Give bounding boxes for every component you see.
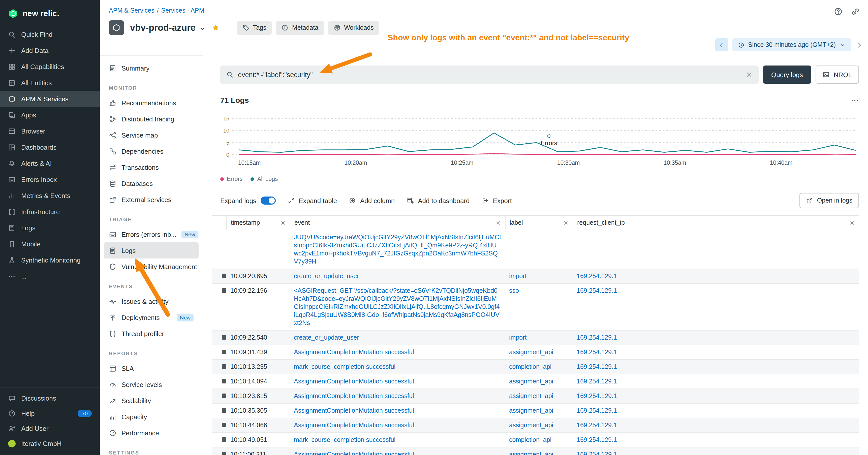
logs-search-box[interactable] xyxy=(220,65,758,84)
log-row[interactable]: 10:11:00.311AssignmentCompletionMutation… xyxy=(212,448,859,455)
log-row[interactable]: 10:10:14.094AssignmentCompletionMutation… xyxy=(212,375,859,389)
event-link[interactable]: AssignmentCompletionMutation successful xyxy=(294,407,501,415)
subnav-item-scalability[interactable]: Scalability xyxy=(104,392,198,409)
sidebar-item-item[interactable]: ... xyxy=(0,268,100,284)
sidebar-footer-help[interactable]: Help70 xyxy=(0,405,100,421)
subnav-item-service-levels[interactable]: Service levels xyxy=(104,377,198,392)
sidebar-footer-iterativ-gmbh[interactable]: Iterativ GmbH xyxy=(0,436,100,451)
ip-link[interactable]: 169.254.129.1 xyxy=(577,334,617,341)
label-link[interactable]: assignment_api xyxy=(509,378,553,385)
ip-link[interactable]: 169.254.129.1 xyxy=(577,451,617,455)
more-options-icon[interactable] xyxy=(851,96,859,104)
sidebar-item-all-capabilities[interactable]: All Capabilities xyxy=(0,59,100,74)
column-timestamp[interactable]: timestamp xyxy=(226,216,290,230)
column-request-client-ip[interactable]: request_client_ip xyxy=(572,216,859,230)
sidebar-item-dashboards[interactable]: Dashboards xyxy=(0,139,100,155)
sidebar-footer-add-user[interactable]: Add User xyxy=(0,421,100,436)
sidebar-item-logs[interactable]: Logs xyxy=(0,220,100,236)
event-link[interactable]: AssignmentCompletionMutation successful xyxy=(294,348,501,356)
event-link[interactable]: <ASGIRequest: GET '/sso/callback/?state=… xyxy=(294,287,501,327)
row-marker[interactable] xyxy=(222,437,226,442)
favorite-star-icon[interactable] xyxy=(212,24,220,32)
log-row[interactable]: 10:09:20.895create_or_update_userimport1… xyxy=(212,269,859,284)
row-marker[interactable] xyxy=(222,393,226,398)
log-row[interactable]: 10:09:22.196<ASGIRequest: GET '/sso/call… xyxy=(212,284,859,330)
time-range-button[interactable]: Since 30 minutes ago (GMT+2) xyxy=(733,38,851,52)
subnav-item-capacity[interactable]: Capacity xyxy=(104,409,198,425)
subnav-item-databases[interactable]: Databases xyxy=(104,175,198,192)
event-link[interactable]: AssignmentCompletionMutation successful xyxy=(294,421,501,429)
log-row[interactable]: 10:09:22.540create_or_update_userimport1… xyxy=(212,330,859,345)
legend-item-all-logs[interactable]: All Logs xyxy=(251,176,278,182)
subnav-item-logs[interactable]: Logs xyxy=(104,242,198,259)
clear-search-icon[interactable] xyxy=(745,71,752,78)
event-link[interactable]: create_or_update_user xyxy=(294,333,501,342)
brand[interactable]: new relic. xyxy=(0,0,100,26)
subnav-item-distributed-tracing[interactable]: Distributed tracing xyxy=(104,111,198,127)
label-link[interactable]: import xyxy=(509,272,527,280)
row-marker[interactable] xyxy=(222,273,226,278)
remove-column-icon[interactable] xyxy=(563,220,568,226)
subnav-item-summary[interactable]: Summary xyxy=(104,60,198,76)
export-button[interactable]: Export xyxy=(482,197,512,204)
add-to-dashboard-button[interactable]: Add to dashboard xyxy=(407,197,469,204)
sidebar-item-add-data[interactable]: Add Data xyxy=(0,42,100,59)
ip-link[interactable]: 169.254.129.1 xyxy=(577,287,617,294)
log-row[interactable]: 10:10:44.066AssignmentCompletionMutation… xyxy=(212,418,859,433)
row-marker[interactable] xyxy=(222,379,226,384)
sidebar-item-metrics-events[interactable]: Metrics & Events xyxy=(0,188,100,203)
tags-button[interactable]: Tags xyxy=(237,21,272,34)
sidebar-item-quick-find[interactable]: Quick Find xyxy=(0,26,100,42)
row-marker[interactable] xyxy=(222,408,226,413)
workloads-button[interactable]: Workloads xyxy=(328,21,379,34)
entity-switcher-caret-icon[interactable] xyxy=(199,26,206,32)
logs-query-input[interactable] xyxy=(238,71,741,78)
expand-logs-toggle[interactable]: Expand logs xyxy=(220,196,276,204)
chevron-right-icon[interactable] xyxy=(856,41,863,48)
label-link[interactable]: assignment_api xyxy=(509,407,553,414)
ip-link[interactable]: 169.254.129.1 xyxy=(577,392,617,399)
time-back-button[interactable] xyxy=(715,38,728,52)
subnav-item-thread-profiler[interactable]: Thread profiler xyxy=(104,325,198,342)
ip-link[interactable]: 169.254.129.1 xyxy=(577,436,617,444)
copy-permalink-icon[interactable] xyxy=(851,7,860,16)
sidebar-item-all-entities[interactable]: All Entities xyxy=(0,74,100,91)
ip-link[interactable]: 169.254.129.1 xyxy=(577,272,617,280)
row-marker[interactable] xyxy=(222,364,226,369)
event-link[interactable]: mark_course_completion successful xyxy=(294,363,501,371)
label-link[interactable]: assignment_api xyxy=(509,349,553,356)
subnav-item-service-map[interactable]: Service map xyxy=(104,127,198,143)
log-row[interactable]: 10:10:23.815AssignmentCompletionMutation… xyxy=(212,389,859,403)
event-link[interactable]: mark_course_completion successful xyxy=(294,436,501,444)
row-marker[interactable] xyxy=(222,335,226,339)
remove-column-icon[interactable] xyxy=(849,220,855,226)
sidebar-item-mobile[interactable]: Mobile xyxy=(0,236,100,252)
subnav-item-vulnerability-management[interactable]: Vulnerability Management xyxy=(104,259,198,274)
log-row[interactable]: 10:10:35.305AssignmentCompletionMutation… xyxy=(212,403,859,418)
subnav-item-recommendations[interactable]: Recommendations xyxy=(104,95,198,111)
sidebar-item-apm-services[interactable]: APM & Services xyxy=(0,91,100,107)
label-link[interactable]: assignment_api xyxy=(509,422,553,429)
legend-item-errors[interactable]: Errors xyxy=(220,176,243,182)
log-row[interactable]: JUQVU&code=eyJraWQiOiJjcGltY29yZV8wOTl1M… xyxy=(212,230,859,269)
subnav-item-external-services[interactable]: External services xyxy=(104,192,198,207)
row-marker[interactable] xyxy=(222,350,226,354)
sidebar-item-errors-inbox[interactable]: Errors Inbox xyxy=(0,171,100,188)
label-link[interactable]: assignment_api xyxy=(509,392,553,399)
sidebar-item-infrastructure[interactable]: Infrastructure xyxy=(0,203,100,220)
open-in-logs-button[interactable]: Open in logs xyxy=(800,193,859,208)
subnav-item-errors-errors-inb[interactable]: Errors (errors inb...New xyxy=(104,226,198,242)
row-marker[interactable] xyxy=(222,288,226,293)
event-link[interactable]: AssignmentCompletionMutation successful xyxy=(294,451,501,455)
label-link[interactable]: sso xyxy=(509,287,519,294)
ip-link[interactable]: 169.254.129.1 xyxy=(577,378,617,385)
query-logs-button[interactable]: Query logs xyxy=(763,65,811,84)
breadcrumb-apm-services[interactable]: APM & Services xyxy=(109,7,155,14)
event-link[interactable]: JUQVU&code=eyJraWQiOiJjcGltY29yZV8wOTl1M… xyxy=(294,233,501,265)
sidebar-footer-discussions[interactable]: Discussions xyxy=(0,390,100,405)
event-link[interactable]: AssignmentCompletionMutation successful xyxy=(294,378,501,386)
ip-link[interactable]: 169.254.129.1 xyxy=(577,349,617,356)
row-marker[interactable] xyxy=(222,423,226,427)
sidebar-item-synthetic-monitoring[interactable]: Synthetic Monitoring xyxy=(0,252,100,268)
subnav-item-deployments[interactable]: DeploymentsNew xyxy=(104,310,198,325)
